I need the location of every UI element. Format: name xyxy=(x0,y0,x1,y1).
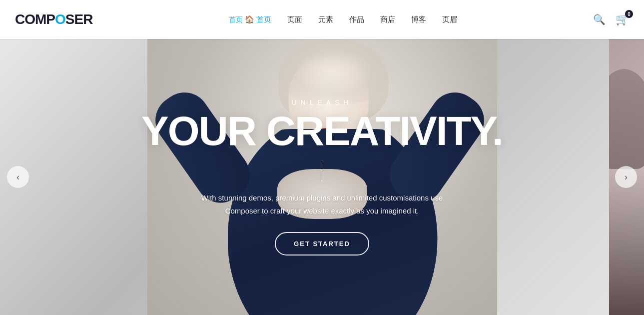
search-button[interactable]: 🔍 xyxy=(593,14,606,26)
nav-item-header[interactable]: 页眉 xyxy=(442,15,457,24)
header: COMPOSER 首页🏠 首页 页面 元素 作品 商店 博客 页眉 🔍 🛒 0 xyxy=(0,0,644,39)
hero-description: With stunning demos, premium plugins and… xyxy=(185,192,460,217)
nav-item-blog[interactable]: 博客 xyxy=(411,15,426,24)
hero-title: YOUR CREATIVITY. xyxy=(122,110,522,152)
hero-section: ‹ › UNLEASH YOUR CREATIVITY. With stunni… xyxy=(0,39,644,315)
hero-cta-button[interactable]: GET STARTED xyxy=(275,232,369,256)
logo-text-part1: COMP xyxy=(15,12,55,27)
slide-next-button[interactable]: › xyxy=(615,166,637,188)
hero-content: UNLEASH YOUR CREATIVITY. With stunning d… xyxy=(122,98,522,256)
header-actions: 🔍 🛒 0 xyxy=(593,13,629,26)
slide-prev-button[interactable]: ‹ xyxy=(7,166,29,188)
home-icon: 首页 xyxy=(229,16,243,24)
nav-item-home[interactable]: 首页🏠 首页 xyxy=(229,15,271,24)
nav-item-elements[interactable]: 元素 xyxy=(318,15,333,24)
nav-item-shop[interactable]: 商店 xyxy=(380,15,395,24)
logo[interactable]: COMPOSER xyxy=(15,12,92,28)
hero-subtitle: UNLEASH xyxy=(122,98,522,106)
cart-badge: 0 xyxy=(625,10,633,18)
nav-item-portfolio[interactable]: 作品 xyxy=(349,15,364,24)
logo-text-part2: SER xyxy=(65,12,93,27)
cart-button[interactable]: 🛒 0 xyxy=(616,13,629,26)
logo-accent-o: O xyxy=(55,12,65,27)
nav-item-pages[interactable]: 页面 xyxy=(287,15,302,24)
main-nav: 首页🏠 首页 页面 元素 作品 商店 博客 页眉 xyxy=(229,15,457,24)
hero-divider xyxy=(322,162,322,182)
